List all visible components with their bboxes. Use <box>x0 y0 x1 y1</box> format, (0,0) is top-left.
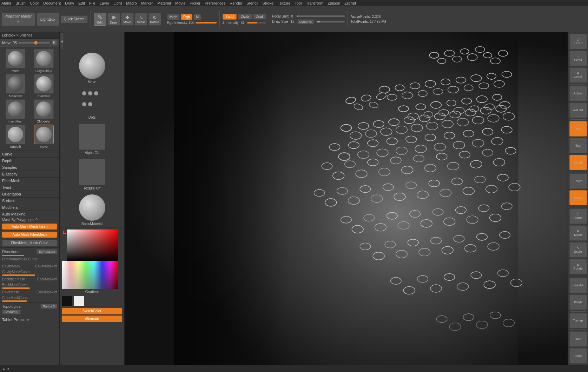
alternate-button[interactable]: Alternate <box>62 315 122 322</box>
menu-picker[interactable]: Picker <box>190 1 200 5</box>
mrgb-button[interactable]: Mrgb <box>167 14 180 20</box>
scroll-button[interactable]: ↕ Scroll <box>569 51 587 66</box>
move-reset-button[interactable]: R <box>51 40 57 45</box>
menu-layer[interactable]: Layer <box>100 1 110 5</box>
xryz-button[interactable]: xRYZ <box>569 190 587 206</box>
rotate-right-button[interactable]: ↻ Rotate <box>569 259 587 274</box>
brush-item-claybuildup[interactable]: ClayBuildup <box>31 49 58 73</box>
section-samples[interactable]: Samples <box>0 164 59 171</box>
dynamic-button[interactable]: Dynamic <box>297 19 314 24</box>
edit-tool-button[interactable]: ✎ Edit <box>94 13 106 26</box>
section-curve[interactable]: Curve <box>0 151 59 157</box>
section-auto-masking[interactable]: Auto Masking <box>0 211 59 217</box>
section-fibermesh[interactable]: FiberMesh <box>0 177 59 184</box>
zsub-button[interactable]: Zsub <box>238 14 252 20</box>
transp-button[interactable]: Transp <box>569 313 587 328</box>
section-surface[interactable]: Surface <box>0 197 59 204</box>
zcut-button[interactable]: Zcut <box>253 14 266 20</box>
menu-preferences[interactable]: Preferences <box>205 1 225 5</box>
menu-file[interactable]: File <box>89 1 95 5</box>
menu-macro[interactable]: Macro <box>126 1 137 5</box>
scale-tool-button[interactable]: ⤡ Scale <box>135 13 147 26</box>
section-twist[interactable]: Twist <box>0 184 59 191</box>
cavity-mask-slider[interactable] <box>2 274 35 276</box>
brush-item-smooth[interactable]: Smooth <box>2 125 29 148</box>
linefill-button[interactable]: Line Fill <box>569 278 587 293</box>
actual-button[interactable]: Actual <box>569 86 587 101</box>
polyf-button[interactable]: PolyF <box>569 294 587 310</box>
color-mask-slider[interactable] <box>2 300 27 302</box>
focal-shift-slider[interactable] <box>297 15 345 17</box>
quick-sketch-button[interactable]: Quick Sketch <box>61 15 88 23</box>
swatch-black[interactable] <box>62 296 72 306</box>
brush-item-insertmesh[interactable]: InsertMesh <box>2 99 29 123</box>
brush-item-maskpen[interactable]: MaskPen <box>2 74 29 98</box>
menu-document[interactable]: Document <box>43 1 61 5</box>
move-tool-button[interactable]: ✥ Move <box>121 13 134 26</box>
menu-alpha[interactable]: Alpha <box>1 1 11 5</box>
m-button[interactable]: M <box>193 14 201 20</box>
scale-right-button[interactable]: ⤡ Scale <box>569 242 587 258</box>
menu-light[interactable]: Light <box>113 1 122 5</box>
panel-arrow-left[interactable]: ◀ <box>60 32 64 50</box>
fibermesh-mask-curve-button[interactable]: FiberMesh_Mask Curve <box>2 240 57 246</box>
menu-zplugin[interactable]: Zplugin <box>328 1 340 5</box>
smooth-button[interactable]: Smooth 5 <box>2 310 21 314</box>
aahalf-button[interactable]: AAHalf <box>569 102 587 118</box>
brush-item-zmodeler[interactable]: ZModeler <box>31 99 58 123</box>
menu-stencil[interactable]: Stencil <box>246 1 258 5</box>
menu-draw[interactable]: Draw <box>65 1 74 5</box>
floor-button[interactable]: Floor <box>569 138 587 153</box>
section-depth[interactable]: Depth <box>0 157 59 164</box>
section-orientation[interactable]: Orientation <box>0 191 59 197</box>
menu-texture[interactable]: Texture <box>278 1 290 5</box>
switch-color-button[interactable]: SwitchColor <box>62 308 122 314</box>
draw-size-slider[interactable] <box>317 21 345 22</box>
menu-stroke[interactable]: Stroke <box>262 1 273 5</box>
brush-panel-alpha-off[interactable]: Alpha Off <box>60 121 124 156</box>
brush-panel-dotz[interactable]: Dotz <box>60 85 124 121</box>
menu-movie[interactable]: Movie <box>175 1 185 5</box>
menu-marker[interactable]: Marker <box>141 1 153 5</box>
color-gradient-area[interactable] <box>67 230 118 261</box>
brush-panel-texture-off[interactable]: Texture Off <box>60 156 124 192</box>
zoom-button[interactable]: ⊕ Zoom <box>569 67 587 83</box>
by-pressure-button[interactable]: ByPressure <box>37 249 57 254</box>
brush-panel-basic-material[interactable]: BasicMaterial <box>60 192 124 227</box>
rgb-button[interactable]: Rgb <box>181 14 192 20</box>
color-gradient-container[interactable] <box>62 230 118 261</box>
lsym-button[interactable]: L.Sym <box>569 173 587 189</box>
local-button[interactable]: Local <box>569 155 587 170</box>
brush-item-move[interactable]: Move <box>2 49 29 73</box>
menu-render[interactable]: Render <box>230 1 242 5</box>
z-intensity-slider[interactable] <box>247 22 266 24</box>
draw-tool-button[interactable]: ⊕ Draw <box>107 13 120 26</box>
auto-mask-mesh-insert-button[interactable]: Auto Mask Mesh Insert <box>2 224 57 230</box>
lightbox-button[interactable]: LightBox <box>37 13 59 26</box>
swatch-white[interactable] <box>74 296 84 306</box>
brush-item-move2[interactable]: Move <box>31 125 58 148</box>
menu-tool[interactable]: Tool <box>295 1 302 5</box>
rotate-tool-button[interactable]: ↻ Rotate <box>148 13 161 26</box>
menu-color[interactable]: Color <box>30 1 39 5</box>
section-modifiers[interactable]: Modifiers <box>0 204 59 211</box>
spix-button[interactable]: ⬡ SPix 3 <box>569 34 587 49</box>
solo-button[interactable]: Solo <box>569 331 587 347</box>
brush-item-standard[interactable]: Standard <box>31 74 58 98</box>
menu-transform[interactable]: Transform <box>306 1 323 5</box>
menu-zscript[interactable]: Zscript <box>344 1 356 5</box>
perp-button[interactable]: Perp <box>569 121 587 137</box>
range-button[interactable]: Range 5 <box>40 304 57 309</box>
section-elasticity[interactable]: Elasticity <box>0 171 59 177</box>
canvas-area[interactable] <box>125 32 568 365</box>
back-mask-slider[interactable] <box>2 287 30 289</box>
apose-button[interactable]: Apose <box>569 348 587 364</box>
menu-edit[interactable]: Edit <box>78 1 85 5</box>
menu-material[interactable]: Material <box>157 1 171 5</box>
move-right-button[interactable]: ✥ Move <box>569 225 587 241</box>
rgb-intensity-slider[interactable] <box>196 22 217 24</box>
menu-brush[interactable]: Brush <box>15 1 26 5</box>
brush-panel-move[interactable]: Move <box>60 50 124 85</box>
auto-mask-fibermesh-button[interactable]: Auto Mask FiberMesh <box>2 232 57 238</box>
projection-master-button[interactable]: Projection Master ▾ <box>1 13 35 26</box>
